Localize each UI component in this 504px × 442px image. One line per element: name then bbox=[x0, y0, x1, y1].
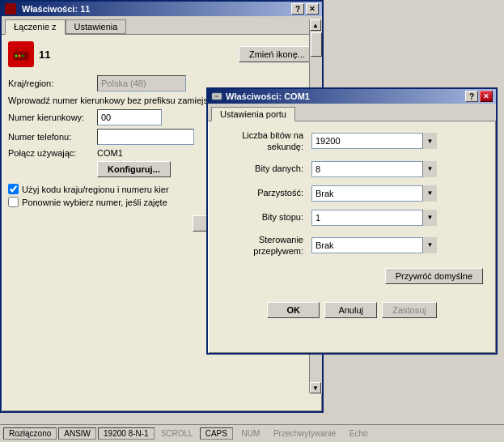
modem-icon bbox=[8, 41, 34, 67]
flow-label: Sterowanie przepływem: bbox=[214, 234, 311, 257]
restore-btn-row: Przywróć domyślne bbox=[214, 265, 489, 287]
data-bits-select[interactable]: 8 7 6 5 bbox=[311, 161, 437, 177]
modem-name: 11 bbox=[39, 49, 50, 61]
bits-select-wrapper: 19200 9600 38400 57600 115200 ▼ bbox=[311, 133, 437, 149]
help-button[interactable]: ? bbox=[291, 3, 304, 15]
stop-bits-row: Bity stopu: 1 1.5 2 ▼ bbox=[214, 210, 489, 226]
status-disconnected: Rozłączono bbox=[3, 427, 57, 440]
flow-row: Sterowanie przepływem: Brak Xon/Xoff Spr… bbox=[214, 234, 489, 257]
stop-bits-label: Bity stopu: bbox=[214, 211, 311, 223]
com1-close-button[interactable]: ✕ bbox=[480, 91, 493, 102]
com1-title: Właściwości: COM1 bbox=[226, 91, 310, 101]
com1-icon bbox=[211, 91, 222, 102]
checkbox-label-2: Ponownie wybierz numer, jeśli zajęte bbox=[22, 198, 167, 207]
status-caps: CAPS bbox=[200, 427, 233, 440]
parity-select[interactable]: Brak Nieparzyste Parzyste bbox=[311, 185, 437, 202]
change-icon-button[interactable]: Zmień ikonę... bbox=[239, 46, 316, 62]
phone-input[interactable] bbox=[97, 129, 194, 145]
com1-dialog: Właściwości: COM1 ? ✕ Ustawienia portu L… bbox=[206, 87, 498, 355]
com1-cancel-button[interactable]: Anuluj bbox=[324, 302, 377, 318]
data-bits-row: Bity danych: 8 7 6 5 ▼ bbox=[214, 161, 489, 177]
status-num: NUM bbox=[235, 428, 267, 439]
com1-tab-bar: Ustawienia portu bbox=[208, 104, 496, 121]
parity-row: Parzystość: Brak Nieparzyste Parzyste ▼ bbox=[214, 185, 489, 202]
scroll-up-arrow[interactable]: ▲ bbox=[310, 19, 321, 31]
stop-bits-select[interactable]: 1 1.5 2 bbox=[311, 210, 437, 226]
status-scroll: SCROLL bbox=[156, 428, 198, 439]
com1-help-button[interactable]: ? bbox=[465, 91, 478, 102]
country-input bbox=[97, 75, 186, 91]
com1-title-bar: Właściwości: COM1 ? ✕ bbox=[208, 89, 496, 104]
status-echo: Echo bbox=[342, 428, 375, 439]
scroll-down-arrow[interactable]: ▼ bbox=[310, 382, 321, 393]
data-bits-label: Bity danych: bbox=[214, 163, 311, 174]
svg-point-2 bbox=[19, 55, 21, 57]
bits-select[interactable]: 19200 9600 38400 57600 115200 bbox=[311, 133, 437, 149]
com1-apply-button: Zastosuj bbox=[382, 302, 437, 318]
background-title: Właściwości: 11 bbox=[22, 4, 90, 14]
status-bar: Rozłączono ANSIW 19200 8-N-1 SCROLL CAPS… bbox=[0, 424, 504, 442]
status-capture: Przechwytywanie bbox=[269, 428, 341, 439]
tab-port-settings[interactable]: Ustawienia portu bbox=[211, 107, 295, 121]
svg-rect-6 bbox=[215, 96, 218, 97]
tab-bar: Łączenie z Ustawienia bbox=[2, 16, 322, 35]
window-icon bbox=[5, 3, 16, 15]
background-title-bar: Właściwości: 11 ? ✕ bbox=[2, 2, 322, 16]
close-button-back[interactable]: ✕ bbox=[306, 3, 319, 15]
flow-select-wrapper: Brak Xon/Xoff Sprzętowe ▼ bbox=[311, 237, 437, 253]
modem-row: 11 Zmień ikonę... bbox=[8, 41, 316, 67]
restore-defaults-button[interactable]: Przywróć domyślne bbox=[385, 268, 483, 284]
bits-row: Liczba bitów na sekundę: 19200 9600 3840… bbox=[214, 130, 489, 153]
parity-label: Parzystość: bbox=[214, 187, 311, 198]
com1-tab-content: Liczba bitów na sekundę: 19200 9600 3840… bbox=[208, 121, 496, 295]
flow-select[interactable]: Brak Xon/Xoff Sprzętowe bbox=[311, 237, 437, 253]
stop-bits-select-wrapper: 1 1.5 2 ▼ bbox=[311, 210, 437, 226]
svg-point-3 bbox=[22, 55, 24, 57]
title-bar-buttons: ? ✕ bbox=[291, 3, 319, 15]
com1-title-buttons: ? ✕ bbox=[465, 91, 493, 102]
tab-laczenie[interactable]: Łączenie z bbox=[5, 19, 66, 35]
status-speed: 19200 8-N-1 bbox=[98, 427, 155, 440]
scroll-thumb[interactable] bbox=[311, 32, 322, 57]
data-bits-select-wrapper: 8 7 6 5 ▼ bbox=[311, 161, 437, 177]
svg-rect-4 bbox=[15, 49, 19, 53]
area-code-input[interactable] bbox=[97, 109, 162, 125]
country-label: Kraj/region: bbox=[8, 79, 97, 88]
status-encoding: ANSIW bbox=[58, 427, 96, 440]
connect-via-value: COM1 bbox=[97, 148, 123, 158]
tab-ustawienia[interactable]: Ustawienia bbox=[66, 19, 127, 34]
checkbox-label-1: Użyj kodu kraju/regionu i numeru kier bbox=[22, 185, 169, 194]
configure-button[interactable]: Konfiguruj... bbox=[97, 161, 171, 177]
bits-label: Liczba bitów na sekundę: bbox=[214, 130, 311, 153]
checkbox-country-code[interactable] bbox=[8, 184, 19, 194]
com1-ok-button[interactable]: OK bbox=[267, 302, 320, 318]
connect-via-label: Połącz używając: bbox=[8, 148, 97, 158]
checkbox-redial[interactable] bbox=[8, 197, 19, 207]
area-code-label: Numer kierunkowy: bbox=[8, 113, 97, 122]
com1-dialog-buttons: OK Anuluj Zastosuj bbox=[208, 295, 496, 325]
svg-point-1 bbox=[15, 55, 18, 57]
phone-label: Numer telefonu: bbox=[8, 132, 97, 142]
parity-select-wrapper: Brak Nieparzyste Parzyste ▼ bbox=[311, 185, 437, 202]
